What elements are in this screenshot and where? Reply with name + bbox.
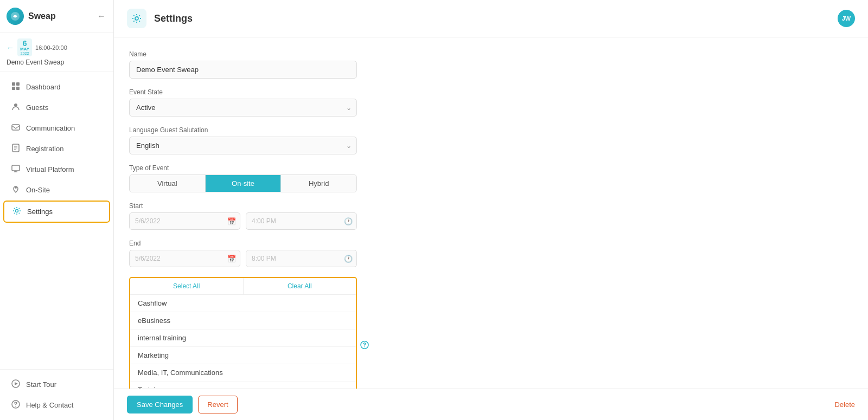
event-state-group: Event State Active Inactive Archived ⌄ (129, 88, 853, 117)
logo-icon (7, 8, 24, 25)
registration-icon (11, 144, 21, 154)
sidebar-item-dashboard[interactable]: Dashboard (3, 77, 110, 97)
categories-dropdown: Select All Clear All Cashflow eBusiness … (129, 277, 357, 389)
user-avatar: JW (838, 10, 855, 27)
virtual-platform-icon (11, 164, 21, 175)
category-training[interactable]: Training (130, 382, 356, 389)
guests-icon (11, 102, 21, 113)
category-internal-training[interactable]: internal training (130, 329, 356, 347)
name-label: Name (129, 50, 853, 58)
app-name: Sweap (28, 11, 56, 21)
end-time-wrap: 🕐 (246, 250, 357, 267)
categories-toolbar: Select All Clear All (130, 278, 356, 295)
main-content: Settings JW Name Event State Active Inac… (114, 0, 868, 420)
language-select-wrapper: English German French Spanish ⌄ (129, 137, 357, 154)
help-contact-label: Help & Contact (26, 401, 73, 409)
sidebar-item-registration[interactable]: Registration (3, 139, 110, 159)
end-date-input[interactable] (129, 250, 240, 267)
start-time-input[interactable] (246, 212, 357, 230)
end-group: End 📅 🕐 (129, 240, 853, 267)
sidebar-footer: Start Tour Help & Contact (0, 369, 113, 420)
start-date-input[interactable] (129, 212, 240, 230)
language-label: Language Guest Salutation (129, 126, 853, 134)
start-tour-icon (11, 379, 21, 390)
settings-icon (12, 206, 22, 217)
start-time-wrap: 🕐 (246, 212, 357, 230)
event-state-select[interactable]: Active Inactive Archived (129, 99, 357, 117)
event-time: 16:00-20:00 (35, 44, 67, 51)
communication-icon (11, 123, 21, 133)
event-date-badge: 6 MAY 2022 (17, 38, 32, 56)
dashboard-label: Dashboard (26, 83, 61, 91)
language-group: Language Guest Salutation English German… (129, 126, 853, 154)
svg-point-15 (135, 17, 138, 20)
guests-label: Guests (26, 104, 48, 112)
page-title: Settings (154, 13, 193, 24)
start-label: Start (129, 202, 853, 210)
name-group: Name (129, 50, 853, 79)
collapse-sidebar-button[interactable]: ← (96, 10, 107, 22)
main-header: Settings JW (114, 0, 868, 37)
language-select[interactable]: English German French Spanish (129, 137, 357, 154)
categories-help-icon[interactable] (360, 341, 369, 351)
svg-rect-6 (12, 125, 20, 130)
category-media-it[interactable]: Media, IT, Communications (130, 364, 356, 382)
svg-rect-8 (12, 165, 20, 171)
select-all-button[interactable]: Select All (130, 278, 244, 294)
svg-rect-2 (16, 82, 20, 86)
svg-rect-1 (12, 82, 15, 86)
footer-bar: Save Changes Revert Delete (114, 389, 868, 420)
settings-body: Name Event State Active Inactive Archive… (114, 37, 868, 389)
start-tour-button[interactable]: Start Tour (3, 374, 110, 395)
event-type-onsite-button[interactable]: On-site (206, 175, 282, 192)
event-info: ← 6 MAY 2022 16:00-20:00 Demo Event Swea… (0, 33, 113, 72)
end-datetime: 📅 🕐 (129, 250, 357, 267)
category-ebusiness[interactable]: eBusiness (130, 312, 356, 329)
event-type-hybrid-button[interactable]: Hybrid (281, 175, 356, 192)
save-changes-button[interactable]: Save Changes (127, 396, 193, 413)
back-button[interactable]: ← (7, 43, 14, 52)
event-state-select-wrapper: Active Inactive Archived ⌄ (129, 99, 357, 117)
event-type-label: Type of Event (129, 164, 853, 172)
header-icon (127, 9, 146, 28)
svg-point-14 (15, 406, 16, 407)
sidebar-header: Sweap ← (0, 0, 113, 33)
help-icon (11, 400, 21, 410)
categories-group: Select All Clear All Cashflow eBusiness … (129, 277, 853, 389)
svg-point-5 (14, 104, 17, 107)
end-time-input[interactable] (246, 250, 357, 267)
categories-wrap: Select All Clear All Cashflow eBusiness … (129, 277, 357, 389)
logo-area: Sweap (7, 8, 56, 25)
revert-button[interactable]: Revert (198, 396, 237, 413)
svg-point-17 (364, 346, 365, 347)
sidebar-item-communication[interactable]: Communication (3, 118, 110, 138)
delete-button[interactable]: Delete (834, 400, 855, 409)
registration-label: Registration (26, 145, 63, 153)
sidebar-item-on-site[interactable]: On-Site (3, 180, 110, 200)
sidebar-item-virtual-platform[interactable]: Virtual Platform (3, 159, 110, 179)
communication-label: Communication (26, 124, 75, 132)
name-input[interactable] (129, 61, 357, 79)
end-date-calendar-icon: 📅 (227, 255, 236, 263)
category-marketing[interactable]: Marketing (130, 347, 356, 364)
event-type-buttons: Virtual On-site Hybrid (129, 175, 357, 192)
start-group: Start 📅 🕐 (129, 202, 853, 230)
start-date-calendar-icon: 📅 (227, 217, 236, 225)
category-cashflow[interactable]: Cashflow (130, 295, 356, 312)
event-type-virtual-button[interactable]: Virtual (130, 175, 206, 192)
sidebar-nav: Dashboard Guests Communication Registrat… (0, 72, 113, 369)
categories-list: Cashflow eBusiness internal training Mar… (130, 295, 356, 389)
end-label: End (129, 240, 853, 247)
dashboard-icon (11, 82, 21, 92)
sidebar-item-settings[interactable]: Settings (3, 201, 110, 223)
start-tour-label: Start Tour (26, 380, 56, 389)
svg-rect-4 (16, 87, 20, 90)
clear-all-button[interactable]: Clear All (244, 278, 356, 294)
event-state-label: Event State (129, 88, 853, 96)
svg-rect-3 (12, 87, 15, 90)
sidebar-item-guests[interactable]: Guests (3, 98, 110, 118)
svg-marker-12 (15, 382, 18, 385)
help-contact-button[interactable]: Help & Contact (3, 395, 110, 415)
end-time-clock-icon: 🕐 (344, 255, 353, 263)
start-date-wrap: 📅 (129, 212, 240, 230)
